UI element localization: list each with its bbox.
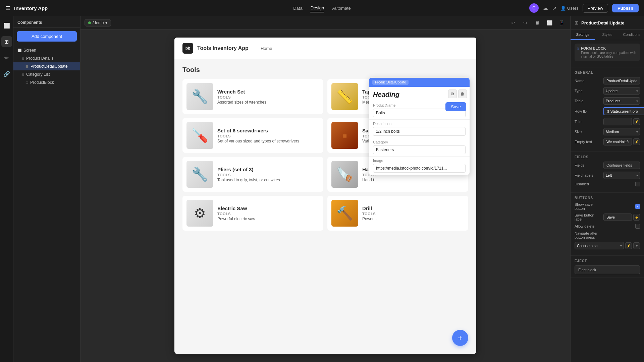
tree-item-product-details[interactable]: ⊞ Product Details <box>13 54 80 62</box>
form-field-description: Description <box>369 120 470 138</box>
empty-text-input[interactable] <box>603 138 632 145</box>
navigate-bolt-icon[interactable]: ⚡ <box>625 242 632 249</box>
save-btn-label-wrap: ⚡ <box>603 214 640 221</box>
product-name-wrench: Wrench Set <box>217 89 319 95</box>
product-desc-trowel: Hand t... <box>362 178 464 182</box>
form-overlay: ProductDetailUpdate ⧉ 🗑 Heading Save Pro… <box>369 78 470 175</box>
menu-icon[interactable]: ☰ <box>5 5 10 11</box>
sidebar-icon-pencil[interactable]: ✏ <box>1 52 12 63</box>
navigate-chevron-icon[interactable]: ▾ <box>633 242 640 249</box>
table-select[interactable]: Products <box>603 97 640 105</box>
product-desc-screwdrivers: Set of various sized and types of screwd… <box>217 139 319 143</box>
tab-conditions[interactable]: Conditions <box>620 30 644 40</box>
topbar-nav: Data Design Automate <box>293 4 351 12</box>
navigate-after-label: Navigate after button press <box>575 231 601 239</box>
product-card-electric-saw[interactable]: ⚙ Electric Saw TOOLS Powerful electric s… <box>182 196 323 231</box>
name-input[interactable] <box>603 77 640 84</box>
product-name-drill: Drill <box>362 205 464 211</box>
nav-automate[interactable]: Automate <box>332 4 351 12</box>
fields-label: Fields <box>575 163 601 167</box>
product-card-drill[interactable]: 🔨 Drill TOOLS Power... <box>327 196 468 231</box>
nav-data[interactable]: Data <box>293 4 302 12</box>
fab-plus-icon: + <box>458 333 463 343</box>
view-mobile-button[interactable]: 📱 <box>557 18 566 27</box>
sidebar-icon-components[interactable]: ⊞ <box>1 36 12 47</box>
rowid-row: Row ID ⚡ <box>575 107 640 115</box>
allow-delete-label: Allow delete <box>575 224 601 228</box>
right-panel-header: ⊞ ProductDetailUpdate <box>571 16 644 30</box>
size-select[interactable]: Medium <box>603 128 640 135</box>
rowid-input[interactable] <box>603 107 644 115</box>
canvas-frame: bb Tools Inventory App Home Tools 🔧 <box>174 38 476 354</box>
product-name-screwdrivers: Set of 6 screwdrivers <box>217 128 319 133</box>
form-field-description-input[interactable] <box>373 127 466 136</box>
tree-item-category-list[interactable]: ⊞ Category List <box>13 70 80 78</box>
form-field-category-label: Category <box>373 140 466 144</box>
product-card-wrench-set[interactable]: 🔧 Wrench Set TOOLS Assorted sizes of wre… <box>182 79 323 114</box>
product-card-screwdrivers[interactable]: 🪛 Set of 6 screwdrivers TOOLS Set of var… <box>182 118 323 153</box>
tree-item-product-detail-update[interactable]: ☰ ProductDetailUpdate <box>13 62 80 70</box>
title-input[interactable] <box>603 118 632 125</box>
navigate-select[interactable]: Choose a sc... <box>575 242 624 249</box>
configure-fields-button[interactable]: Configure fields <box>603 162 640 169</box>
navigate-select-row: Choose a sc... ⚡ ▾ <box>575 242 640 249</box>
product-category-pliers: TOOLS <box>217 173 319 177</box>
type-row: Type Update <box>575 87 640 95</box>
sidebar-icon-layers[interactable]: ⬜ <box>1 20 12 31</box>
buttons-section: BUTTONS Show save button ✓ Save button l… <box>571 193 644 256</box>
save-label-bolt-icon[interactable]: ⚡ <box>633 214 640 221</box>
fab-button[interactable]: + <box>452 330 468 346</box>
users-button[interactable]: 👤 Users <box>560 6 579 11</box>
add-component-button[interactable]: Add component <box>17 31 77 42</box>
navigate-after-row: Navigate after button press <box>575 231 640 239</box>
allow-delete-checkbox[interactable] <box>635 224 640 229</box>
type-select[interactable]: Update <box>603 87 640 95</box>
nav-home-link[interactable]: Home <box>261 46 272 51</box>
type-label: Type <box>575 89 601 93</box>
tab-styles[interactable]: Styles <box>595 30 620 40</box>
tree-item-screen[interactable]: ⬜ Screen <box>13 46 80 54</box>
fields-section-title: FIELDS <box>575 155 640 159</box>
form-save-button[interactable]: Save <box>445 102 466 111</box>
product-desc-wrench: Assorted sizes of wrenches <box>217 100 319 105</box>
delete-form-icon[interactable]: 🗑 <box>458 89 467 98</box>
form-field-image: Image <box>369 157 470 175</box>
form-field-category-input[interactable] <box>373 145 466 154</box>
sidebar-icon-link[interactable]: 🔗 <box>1 68 12 79</box>
size-row: Size Medium <box>575 128 640 135</box>
form-overlay-icons: ⧉ 🗑 <box>448 89 467 98</box>
main-layout: ⬜ ⊞ ✏ 🔗 Components Add component ⬜ Scree… <box>0 16 644 362</box>
env-status-dot <box>88 21 91 24</box>
nav-design[interactable]: Design <box>311 4 324 12</box>
save-btn-label-input[interactable] <box>603 214 632 221</box>
tree-item-product-block[interactable]: ⊡ ProductBlock <box>13 78 80 86</box>
copy-form-icon[interactable]: ⧉ <box>448 89 457 98</box>
empty-text-bolt-icon[interactable]: ⚡ <box>633 138 640 145</box>
form-field-image-label: Image <box>373 159 466 163</box>
product-info-pliers: Pliers (set of 3) TOOLS Tool used to gri… <box>217 167 319 182</box>
env-selector[interactable]: /demo ▾ <box>85 19 111 26</box>
show-save-checkbox[interactable]: ✓ <box>635 204 640 209</box>
eject-block-button[interactable]: Eject block <box>575 265 640 274</box>
disabled-checkbox[interactable] <box>635 182 640 186</box>
section-title: Tools <box>182 66 468 74</box>
product-card-pliers[interactable]: 🔧 Pliers (set of 3) TOOLS Tool used to g… <box>182 157 323 192</box>
form-field-image-input[interactable] <box>373 164 466 173</box>
redo-button[interactable]: ↪ <box>521 18 530 27</box>
app-nav-links: Home <box>261 46 272 51</box>
tab-settings[interactable]: Settings <box>571 30 595 40</box>
undo-button[interactable]: ↩ <box>508 18 518 27</box>
empty-text-row: Empty text ⚡ <box>575 138 640 145</box>
category-list-icon: ⊞ <box>21 73 24 76</box>
title-bolt-icon[interactable]: ⚡ <box>633 118 640 125</box>
publish-button[interactable]: Publish <box>612 4 639 12</box>
view-tablet-button[interactable]: ⬜ <box>545 18 554 27</box>
buttons-section-title: BUTTONS <box>575 196 640 200</box>
preview-button[interactable]: Preview <box>583 4 608 13</box>
topbar: ☰ Inventory App Data Design Automate G ☁… <box>0 0 644 16</box>
name-row: Name <box>575 77 640 84</box>
view-desktop-button[interactable]: 🖥 <box>533 18 542 27</box>
title-input-wrap: ⚡ <box>603 118 640 125</box>
product-details-icon: ⊞ <box>21 57 24 60</box>
field-labels-select[interactable]: Left <box>603 172 640 179</box>
